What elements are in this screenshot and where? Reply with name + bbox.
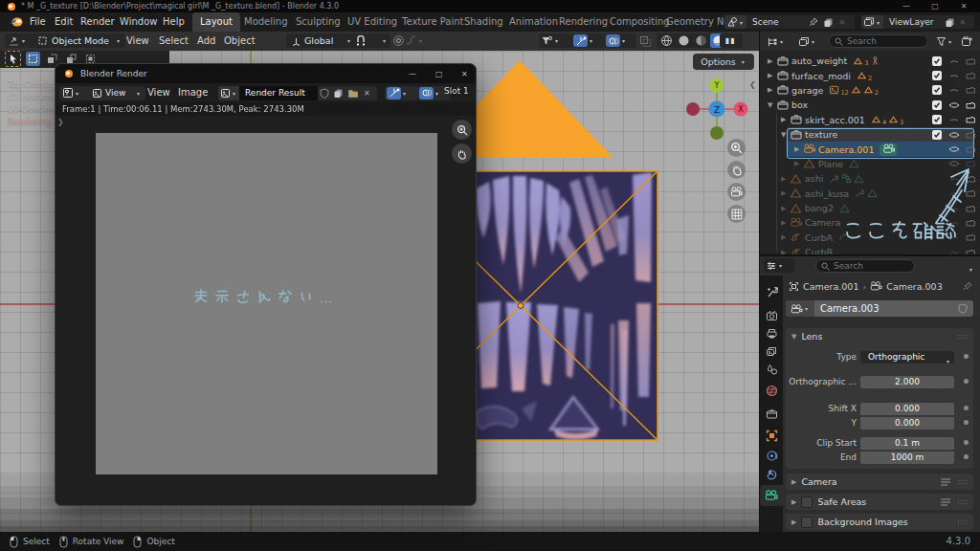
tab-tool[interactable] xyxy=(760,281,783,302)
image-mode-selector[interactable]: View▾ xyxy=(88,86,145,100)
pin-icon[interactable] xyxy=(809,17,818,27)
animate-dot[interactable] xyxy=(964,379,969,384)
camera-data-chip[interactable] xyxy=(880,143,897,156)
gizmos-widget[interactable]: ▾ xyxy=(385,86,417,100)
xray-toggle[interactable] xyxy=(637,34,654,49)
tab-layout[interactable]: Layout xyxy=(192,12,240,32)
close-button[interactable]: ✕ xyxy=(955,1,972,11)
grid-toggle-button[interactable] xyxy=(727,205,746,223)
outliner-item-label[interactable]: box xyxy=(791,99,808,110)
collection-checkbox[interactable] xyxy=(930,55,944,68)
menu-window[interactable]: Window xyxy=(120,12,157,32)
menu-view[interactable]: View xyxy=(147,83,170,102)
tab-modeling[interactable]: Modeling xyxy=(236,12,296,32)
gizmo-y-neg-axis[interactable] xyxy=(710,126,724,140)
tweak-tool-icon[interactable] xyxy=(5,51,21,67)
outliner-row[interactable]: ▶auto_weight3 xyxy=(760,54,980,68)
render-visibility-icon[interactable] xyxy=(964,99,977,112)
pause-button[interactable]: ▮▮ xyxy=(720,33,741,48)
outliner-item-label[interactable]: CurbB xyxy=(805,247,833,254)
animate-dot[interactable] xyxy=(964,354,969,359)
animate-dot[interactable] xyxy=(964,420,969,425)
animate-dot[interactable] xyxy=(964,454,969,459)
minimize-button[interactable]: — xyxy=(898,1,915,11)
expand-arrow[interactable]: ▶ xyxy=(768,72,776,79)
copy-icon[interactable] xyxy=(333,88,344,99)
outliner-row[interactable]: ▶Camera.001 xyxy=(760,142,980,156)
shift-y-field[interactable]: 0.000 xyxy=(860,417,954,430)
animate-dot[interactable] xyxy=(964,440,969,445)
minimize-button[interactable]: — xyxy=(409,70,416,78)
render-window[interactable]: Blender Render — □ ✕ ▾ View▾ View Image … xyxy=(55,63,477,506)
outliner-item-label[interactable]: furface_modi xyxy=(791,71,851,81)
screen-toggle-icon[interactable] xyxy=(947,55,961,68)
render-result-area[interactable]: ❯ xyxy=(56,116,476,505)
animate-dot[interactable] xyxy=(964,406,969,410)
menu-select[interactable]: Select xyxy=(159,32,189,51)
shading-material[interactable] xyxy=(693,33,709,48)
outliner-item-label[interactable]: Camera.001 xyxy=(818,144,874,155)
hide-eye-icon[interactable] xyxy=(947,99,961,112)
breadcrumb-object[interactable]: Camera.001 xyxy=(803,281,858,292)
outliner-item-label[interactable]: bang2 xyxy=(805,203,834,213)
background-images-checkbox[interactable] xyxy=(801,517,813,528)
properties-editor-type[interactable]: ▾ xyxy=(764,258,794,273)
clip-end-field[interactable]: 1000 m xyxy=(860,452,954,464)
tab-physics[interactable] xyxy=(760,464,783,485)
blender-menu-icon[interactable] xyxy=(9,16,23,28)
copy-icon[interactable] xyxy=(823,17,834,28)
menu-view[interactable]: View xyxy=(126,32,149,51)
gizmo-x-neg-axis[interactable] xyxy=(686,102,700,116)
camera-panel[interactable]: ▶Camera xyxy=(786,474,973,490)
expand-arrow[interactable]: ▶ xyxy=(781,249,790,254)
outliner-row[interactable]: ▶garage122 xyxy=(760,83,980,98)
viewlayer-selector[interactable]: ▾ ViewLayer ✕ xyxy=(861,15,974,29)
fake-user-shield-icon[interactable] xyxy=(958,303,968,314)
collection-checkbox[interactable] xyxy=(930,83,944,97)
expand-arrow[interactable]: ▶ xyxy=(794,160,803,167)
collection-checkbox[interactable] xyxy=(930,128,944,142)
tab-collection[interactable] xyxy=(760,404,783,425)
mode-selector[interactable]: Object Mode▾ xyxy=(33,33,125,48)
background-images-panel[interactable]: ▶ Background Images xyxy=(786,514,973,530)
expand-arrow[interactable]: ▶ xyxy=(794,145,803,153)
preset-list-icon[interactable] xyxy=(941,497,952,507)
box-select-tool-icon[interactable] xyxy=(26,52,40,66)
expand-arrow[interactable]: ▶ xyxy=(781,233,790,241)
outliner-row[interactable]: ▶furface_modi2 xyxy=(760,68,980,82)
outliner-item-label[interactable]: texture xyxy=(805,129,837,140)
preset-list-icon[interactable] xyxy=(941,477,952,487)
proportional-edit[interactable]: ▾ xyxy=(390,33,439,48)
show-hide-widget[interactable]: ▾ xyxy=(539,33,571,48)
screen-toggle-icon[interactable] xyxy=(947,69,961,82)
expand-arrow[interactable]: ▶ xyxy=(781,116,790,123)
zoom-button[interactable] xyxy=(452,120,472,140)
shading-solid[interactable] xyxy=(676,33,692,48)
data-name-field[interactable]: ▾ Camera.003 xyxy=(786,300,973,317)
expand-arrow[interactable]: ▼ xyxy=(768,101,776,109)
hide-eye-icon[interactable] xyxy=(947,128,961,142)
render-visibility-icon[interactable] xyxy=(964,113,977,126)
outliner-item-label[interactable]: garage xyxy=(791,85,823,96)
options-button[interactable]: Options▾ xyxy=(693,54,754,70)
expand-arrow[interactable]: ▶ xyxy=(768,86,776,94)
outliner-item-label[interactable]: Camera xyxy=(805,217,840,228)
overlays-widget[interactable]: ▾ xyxy=(604,33,636,48)
maximize-button[interactable]: □ xyxy=(926,1,944,11)
ortho-scale-field[interactable]: 2.000 xyxy=(860,376,954,388)
copy-icon[interactable] xyxy=(945,17,955,28)
properties-options-arrow[interactable]: ▾ xyxy=(968,263,974,274)
lens-type-dropdown[interactable]: Orthographic▾ xyxy=(860,351,954,364)
menu-edit[interactable]: Edit xyxy=(55,12,73,32)
close-button[interactable]: ✕ xyxy=(461,70,468,78)
render-window-titlebar[interactable]: Blender Render — □ ✕ xyxy=(56,64,476,83)
safe-areas-checkbox[interactable] xyxy=(801,496,813,508)
maximize-button[interactable]: □ xyxy=(435,70,443,78)
render-visibility-off-icon[interactable] xyxy=(964,55,977,68)
pan-button[interactable] xyxy=(452,143,472,164)
expand-arrow[interactable]: ▶ xyxy=(781,189,790,197)
collection-checkbox[interactable] xyxy=(930,69,944,82)
navigation-gizmo[interactable]: Y X Z xyxy=(683,76,750,143)
expand-arrow[interactable]: ▶ xyxy=(768,57,776,65)
outliner-item-label[interactable]: auto_weight xyxy=(791,55,847,66)
